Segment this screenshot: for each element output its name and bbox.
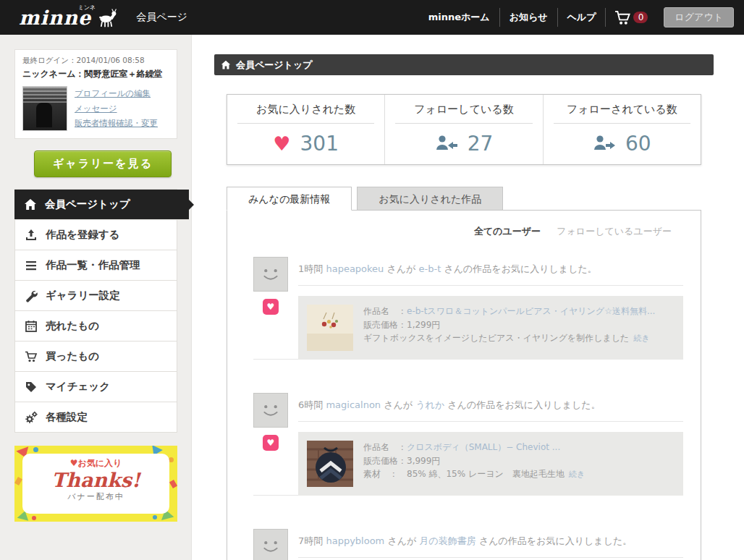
profile-card: 最終ログイン：2014/01/06 08:58 ニックネーム：関野意匠室＋絡繰堂… (14, 49, 177, 139)
feed-target-link[interactable]: e-b-t (419, 263, 441, 274)
feed-text: さんの作品をお気に入りしました。 (444, 399, 600, 410)
work-name-label: 作品名 ： (363, 306, 407, 316)
home-icon (24, 198, 37, 211)
messages-link[interactable]: メッセージ (75, 103, 158, 114)
confetti-shape (32, 516, 36, 520)
feed-time: 7時間 (298, 535, 323, 546)
work-name-link[interactable]: e-b-tスワロ＆コットンパールピアス・イヤリング☆送料無料... (407, 306, 655, 316)
confetti-shape (33, 447, 38, 452)
gears-icon (25, 411, 38, 424)
view-gallery-button[interactable]: ギャラリーを見る (34, 150, 172, 177)
logo-area: ミンネ minne 会員ページ (19, 7, 187, 29)
page-title: 会員ページトップ (236, 59, 313, 72)
work-description: ギフトボックスをイメージしたピアス・イヤリングを制作しました (363, 333, 629, 343)
feed-text: さんが (381, 399, 415, 410)
stat-followers: フォローされている数 60 (543, 95, 701, 164)
feed-text: さんの作品をお気に入りしました。 (441, 263, 596, 274)
stat-value: 27 (468, 132, 494, 156)
user-avatar[interactable] (253, 257, 288, 292)
sidebar-menu: 会員ページトップ 作品を登録する 作品一覧・作品管理 ギャラリー設定 (14, 189, 177, 433)
feed-item: ♥ 7時間 happybloom さんが 月の装飾書房 さんの作品をお気に入りし… (253, 529, 683, 560)
feed-avatar-column: ♥ (253, 257, 298, 360)
filter-all-users[interactable]: 全てのユーザー (474, 226, 541, 237)
feed-user-link[interactable]: happybloom (326, 535, 384, 546)
main-content: 会員ページトップ お気に入りされた数 ♥ 301 フォローしている数 (192, 35, 744, 560)
feed-text: さんの作品をお気に入りしました。 (476, 535, 632, 546)
top-nav: minneホーム お知らせ ヘルプ 0 ログアウト (419, 7, 734, 27)
sidebar-item-label: 売れたもの (46, 319, 99, 333)
cart-button[interactable]: 0 (606, 10, 656, 25)
feed-work-details: 作品名 ：クロスボディ（SMALL）− Cheviot ... 販売価格：3,9… (363, 441, 585, 487)
following-icon (435, 135, 458, 153)
upload-icon (25, 229, 38, 242)
feed-target-link[interactable]: うれか (415, 399, 444, 410)
seller-info-link[interactable]: 販売者情報確認・変更 (75, 118, 158, 129)
page-title-bar: 会員ページトップ (214, 54, 714, 75)
feed-text: さんが (384, 263, 418, 274)
item-thumbnail[interactable] (307, 305, 353, 351)
more-link[interactable]: 続き (569, 470, 585, 479)
more-link[interactable]: 続き (633, 334, 649, 343)
list-icon (25, 259, 38, 272)
filter-following-users[interactable]: フォローしているユーザー (557, 226, 672, 237)
stat-favorited: お気に入りされた数 ♥ 301 (227, 95, 384, 164)
member-page-label: 会員ページ (136, 11, 187, 24)
sidebar-item-sold-items[interactable]: 売れたもの (15, 311, 177, 341)
stat-label: フォローしている数 (395, 103, 532, 124)
nav-minne-home[interactable]: minneホーム (419, 8, 500, 27)
work-price: 1,299円 (407, 320, 440, 330)
work-price-label: 販売価格： (363, 456, 407, 466)
confetti-shape (14, 477, 22, 485)
confetti-shape (153, 515, 157, 519)
confetti-shape (169, 480, 177, 488)
user-avatar[interactable] (253, 393, 288, 428)
sidebar-item-label: 作品一覧・作品管理 (46, 258, 140, 272)
item-thumbnail[interactable] (307, 441, 353, 487)
wrench-icon (25, 289, 38, 302)
banner-thanks-text: Thanks! (22, 470, 169, 491)
feed-time: 1時間 (298, 263, 323, 274)
stats-box: お気に入りされた数 ♥ 301 フォローしている数 27 (227, 94, 701, 165)
favorite-heart-badge: ♥ (263, 299, 279, 315)
sidebar-item-settings[interactable]: 各種設定 (15, 402, 177, 433)
profile-photo (22, 86, 67, 131)
sidebar-item-label: マイチェック (46, 380, 110, 394)
feed-head-text: 7時間 happybloom さんが 月の装飾書房 さんの作品をお気に入りしまし… (298, 529, 683, 558)
stat-following: フォローしている数 27 (384, 95, 542, 164)
sidebar-item-work-list[interactable]: 作品一覧・作品管理 (15, 250, 177, 281)
banner-favorite-text: ♥お気に入り (22, 457, 169, 470)
feed-user-link[interactable]: hapeapokeu (326, 263, 384, 274)
sidebar-item-label: ギャラリー設定 (46, 289, 120, 302)
minne-logo[interactable]: ミンネ minne (19, 7, 91, 29)
work-name-label: 作品名 ： (363, 442, 407, 452)
feed-target-link[interactable]: 月の装飾書房 (419, 535, 475, 546)
heart-icon: ♥ (273, 134, 290, 153)
feed-head-text: 6時間 magicalnon さんが うれか さんの作品をお気に入りしました。 (298, 393, 683, 422)
nav-help[interactable]: ヘルプ (558, 8, 606, 27)
sidebar-item-gallery-settings[interactable]: ギャラリー設定 (15, 281, 177, 311)
deer-icon (97, 8, 119, 27)
edit-profile-link[interactable]: プロフィールの編集 (75, 88, 158, 99)
sidebar-item-label: 作品を登録する (46, 228, 120, 242)
work-name-link[interactable]: クロスボディ（SMALL）− Cheviot ... (407, 442, 560, 452)
sidebar-item-register-work[interactable]: 作品を登録する (15, 220, 177, 250)
user-avatar[interactable] (253, 529, 288, 560)
sidebar-item-label: 会員ページトップ (45, 198, 130, 211)
sidebar-item-my-check[interactable]: マイチェック (15, 372, 177, 402)
feed-user-link[interactable]: magicalnon (326, 399, 381, 410)
feed-work-box: 作品名 ：クロスボディ（SMALL）− Cheviot ... 販売価格：3,9… (298, 432, 683, 496)
tab-favorited-works[interactable]: お気に入りされた作品 (357, 187, 503, 211)
cart-count-badge: 0 (633, 12, 648, 23)
sidebar-item-label: 買ったもの (46, 349, 99, 363)
sidebar-item-bought-items[interactable]: 買ったもの (15, 341, 177, 372)
smiley-icon (254, 530, 287, 560)
sidebar-item-member-top[interactable]: 会員ページトップ (14, 190, 189, 220)
tab-latest-info[interactable]: みんなの最新情報 (227, 187, 352, 211)
nav-news[interactable]: お知らせ (500, 8, 558, 27)
logout-button[interactable]: ログアウト (664, 7, 734, 27)
thanks-banner[interactable]: ♥お気に入り Thanks! バナー配布中 (14, 446, 177, 522)
smiley-icon (254, 394, 287, 427)
sidebar-item-label: 各種設定 (46, 410, 88, 424)
work-description: 素材 ： 85% 綿、15% レーヨン 裏地起毛生地 (363, 469, 565, 479)
stat-label: フォローされている数 (554, 103, 690, 124)
